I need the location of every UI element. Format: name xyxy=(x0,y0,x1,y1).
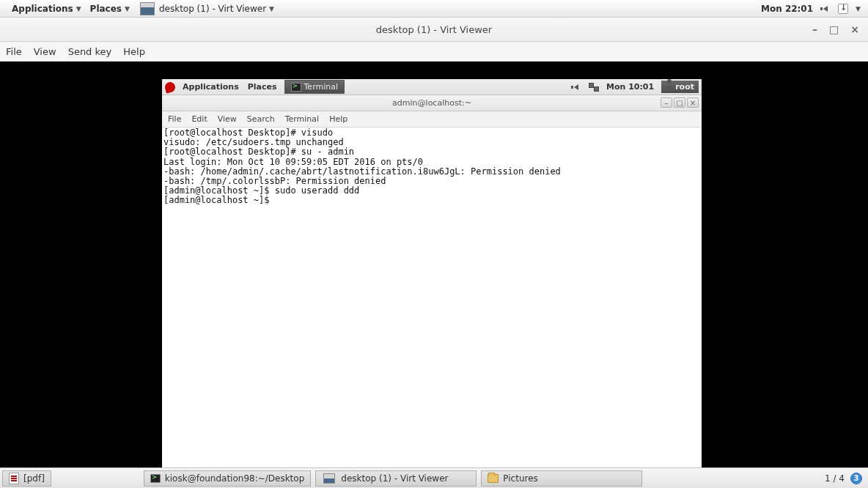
volume-icon[interactable] xyxy=(571,82,581,92)
host-bottom-panel: [pdf] kiosk@foundation98:~/Desktop deskt… xyxy=(0,467,868,488)
guest-menu-places[interactable]: Places xyxy=(243,82,282,92)
chevron-down-icon: ▼ xyxy=(269,5,274,12)
pdf-icon xyxy=(9,473,19,484)
host-menu-applications[interactable]: Applications ▼ xyxy=(4,4,86,14)
window-thumb-icon xyxy=(140,2,155,15)
chevron-down-icon: ▼ xyxy=(125,5,130,12)
virt-menu-view[interactable]: View xyxy=(34,46,56,57)
window-thumb-icon xyxy=(323,473,335,484)
virt-titlebar[interactable]: desktop (1) - Virt Viewer – □ × xyxy=(0,18,868,42)
user-icon xyxy=(666,84,673,89)
host-panel-window-label: desktop (1) - Virt Viewer xyxy=(159,4,266,14)
host-menu-places[interactable]: Places ▼ xyxy=(86,4,134,14)
host-task-pdf[interactable]: [pdf] xyxy=(2,470,51,487)
term-menu-help[interactable]: Help xyxy=(329,114,347,124)
chevron-down-icon[interactable]: ▼ xyxy=(856,5,861,12)
virt-menu-sendkey[interactable]: Send key xyxy=(68,46,112,57)
guest-menu-applications[interactable]: Applications xyxy=(178,82,243,92)
host-task-virtviewer-label: desktop (1) - Virt Viewer xyxy=(341,473,448,484)
terminal-icon xyxy=(291,83,301,92)
chevron-down-icon: ▼ xyxy=(76,5,81,12)
host-panel-window-button[interactable]: desktop (1) - Virt Viewer ▼ xyxy=(134,2,279,15)
window-minimize-button[interactable]: – xyxy=(812,23,817,35)
term-menu-edit[interactable]: Edit xyxy=(191,114,207,124)
guest-desktop: Applications Places Terminal Mon 10:01 r… xyxy=(162,79,702,484)
network-icon[interactable] xyxy=(589,82,599,92)
guest-user-label: root xyxy=(675,82,694,92)
letterbox-left xyxy=(0,79,162,484)
virt-menu-help[interactable]: Help xyxy=(123,46,145,57)
guest-clock[interactable]: Mon 10:01 xyxy=(606,82,654,92)
host-workspace-indicator[interactable]: 1 / 4 xyxy=(825,473,845,484)
volume-icon[interactable] xyxy=(820,4,831,14)
terminal-menubar: File Edit View Search Terminal Help xyxy=(162,111,702,127)
redhat-logo-icon xyxy=(163,81,176,93)
window-maximize-button[interactable]: □ xyxy=(829,23,839,35)
host-task-pdf-label: [pdf] xyxy=(23,473,45,484)
host-task-virtviewer[interactable]: desktop (1) - Virt Viewer xyxy=(315,470,477,487)
folder-icon xyxy=(488,474,499,483)
host-clock[interactable]: Mon 22:01 xyxy=(761,4,813,14)
host-notification-badge[interactable]: 3 xyxy=(850,473,862,484)
terminal-body[interactable]: [root@localhost Desktop]# visudo visudo:… xyxy=(162,127,702,467)
host-menu-places-label: Places xyxy=(90,4,122,14)
host-top-panel: Applications ▼ Places ▼ desktop (1) - Vi… xyxy=(0,0,868,18)
term-menu-search[interactable]: Search xyxy=(247,114,275,124)
virt-title-text: desktop (1) - Virt Viewer xyxy=(376,24,492,35)
guest-top-panel: Applications Places Terminal Mon 10:01 r… xyxy=(162,79,702,95)
letterbox-right xyxy=(702,79,868,484)
host-task-pictures-label: Pictures xyxy=(503,473,538,484)
terminal-minimize-button[interactable]: – xyxy=(661,97,672,108)
terminal-titlebar[interactable]: admin@localhost:~ – □ × xyxy=(162,95,702,111)
terminal-icon xyxy=(150,474,161,483)
virt-viewer-window: desktop (1) - Virt Viewer – □ × File Vie… xyxy=(0,18,868,467)
virt-menubar: File View Send key Help xyxy=(0,42,868,62)
term-menu-file[interactable]: File xyxy=(168,114,181,124)
host-task-pictures[interactable]: Pictures xyxy=(481,470,642,487)
guest-panel-task-label: Terminal xyxy=(304,82,339,92)
terminal-title-text: admin@localhost:~ xyxy=(392,98,471,108)
virt-menu-file[interactable]: File xyxy=(6,46,22,57)
host-task-terminal[interactable]: kiosk@foundation98:~/Desktop xyxy=(144,470,311,487)
guest-user-menu[interactable]: root xyxy=(661,81,699,93)
guest-panel-task-terminal[interactable]: Terminal xyxy=(284,80,345,94)
term-menu-terminal[interactable]: Terminal xyxy=(285,114,320,124)
term-menu-view[interactable]: View xyxy=(218,114,237,124)
update-icon[interactable] xyxy=(838,4,848,14)
host-menu-applications-label: Applications xyxy=(12,4,73,14)
window-close-button[interactable]: × xyxy=(850,23,859,35)
terminal-maximize-button[interactable]: □ xyxy=(674,97,685,108)
host-task-terminal-label: kiosk@foundation98:~/Desktop xyxy=(165,473,304,484)
terminal-close-button[interactable]: × xyxy=(687,97,699,108)
